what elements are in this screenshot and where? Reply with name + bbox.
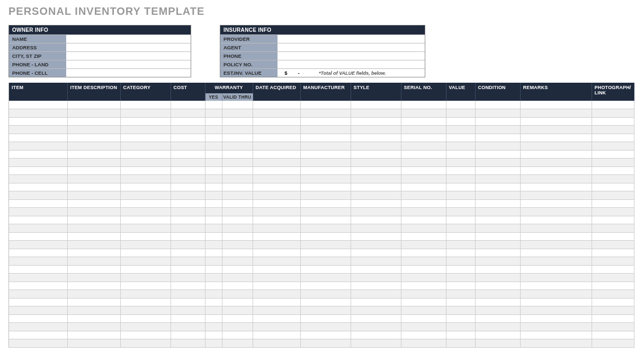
table-cell[interactable] <box>300 314 351 323</box>
table-cell[interactable] <box>446 232 475 241</box>
table-cell[interactable] <box>67 249 120 257</box>
table-cell[interactable] <box>205 224 222 233</box>
table-cell[interactable] <box>205 314 222 323</box>
table-cell[interactable] <box>446 274 475 282</box>
table-cell[interactable] <box>520 331 592 339</box>
table-cell[interactable] <box>9 265 67 274</box>
table-cell[interactable] <box>120 224 171 233</box>
table-cell[interactable] <box>171 166 205 175</box>
insurance-field-value[interactable] <box>278 60 425 69</box>
table-cell[interactable] <box>520 191 592 200</box>
table-cell[interactable] <box>300 232 351 241</box>
table-cell[interactable] <box>253 265 300 274</box>
table-cell[interactable] <box>67 298 120 306</box>
table-cell[interactable] <box>222 224 253 233</box>
table-cell[interactable] <box>222 109 253 118</box>
table-cell[interactable] <box>401 191 446 200</box>
table-cell[interactable] <box>9 306 67 315</box>
table-cell[interactable] <box>67 191 120 200</box>
table-cell[interactable] <box>446 282 475 290</box>
table-cell[interactable] <box>446 249 475 257</box>
table-cell[interactable] <box>222 208 253 216</box>
table-cell[interactable] <box>253 274 300 282</box>
table-cell[interactable] <box>171 306 205 315</box>
table-cell[interactable] <box>401 101 446 109</box>
table-cell[interactable] <box>9 191 67 200</box>
table-cell[interactable] <box>222 142 253 151</box>
table-cell[interactable] <box>300 142 351 151</box>
table-cell[interactable] <box>446 224 475 233</box>
table-cell[interactable] <box>9 166 67 175</box>
table-cell[interactable] <box>475 265 520 274</box>
table-cell[interactable] <box>120 216 171 224</box>
table-cell[interactable] <box>592 134 634 142</box>
table-cell[interactable] <box>222 265 253 274</box>
table-cell[interactable] <box>222 199 253 208</box>
table-cell[interactable] <box>446 142 475 151</box>
table-cell[interactable] <box>9 274 67 282</box>
table-cell[interactable] <box>205 282 222 290</box>
table-cell[interactable] <box>9 199 67 208</box>
table-cell[interactable] <box>222 314 253 323</box>
table-cell[interactable] <box>520 232 592 241</box>
table-cell[interactable] <box>67 166 120 175</box>
table-cell[interactable] <box>300 323 351 331</box>
table-cell[interactable] <box>401 306 446 315</box>
table-cell[interactable] <box>9 142 67 151</box>
insurance-field-value[interactable] <box>278 52 425 60</box>
table-cell[interactable] <box>401 199 446 208</box>
table-cell[interactable] <box>351 150 401 159</box>
table-cell[interactable] <box>253 166 300 175</box>
table-cell[interactable] <box>300 257 351 266</box>
table-cell[interactable] <box>222 191 253 200</box>
table-cell[interactable] <box>67 257 120 266</box>
table-cell[interactable] <box>120 208 171 216</box>
owner-field-value[interactable] <box>66 43 191 52</box>
table-cell[interactable] <box>520 339 592 348</box>
table-cell[interactable] <box>300 199 351 208</box>
table-cell[interactable] <box>205 175 222 183</box>
table-cell[interactable] <box>401 109 446 118</box>
table-cell[interactable] <box>67 224 120 233</box>
table-cell[interactable] <box>475 241 520 249</box>
table-cell[interactable] <box>520 257 592 266</box>
table-cell[interactable] <box>446 175 475 183</box>
table-cell[interactable] <box>520 101 592 109</box>
table-cell[interactable] <box>120 265 171 274</box>
table-cell[interactable] <box>9 314 67 323</box>
table-cell[interactable] <box>520 314 592 323</box>
table-cell[interactable] <box>253 249 300 257</box>
table-cell[interactable] <box>120 166 171 175</box>
table-cell[interactable] <box>401 159 446 167</box>
table-cell[interactable] <box>253 208 300 216</box>
table-cell[interactable] <box>401 208 446 216</box>
table-cell[interactable] <box>9 159 67 167</box>
table-cell[interactable] <box>520 109 592 118</box>
table-cell[interactable] <box>253 282 300 290</box>
table-cell[interactable] <box>351 109 401 118</box>
table-cell[interactable] <box>520 126 592 134</box>
table-cell[interactable] <box>475 150 520 159</box>
table-cell[interactable] <box>67 282 120 290</box>
table-cell[interactable] <box>120 142 171 151</box>
table-cell[interactable] <box>520 175 592 183</box>
table-cell[interactable] <box>475 298 520 306</box>
table-cell[interactable] <box>253 331 300 339</box>
table-cell[interactable] <box>205 298 222 306</box>
table-cell[interactable] <box>120 339 171 348</box>
table-cell[interactable] <box>171 290 205 298</box>
table-cell[interactable] <box>300 150 351 159</box>
table-cell[interactable] <box>401 216 446 224</box>
table-cell[interactable] <box>9 323 67 331</box>
table-cell[interactable] <box>475 109 520 118</box>
table-cell[interactable] <box>253 134 300 142</box>
table-cell[interactable] <box>475 314 520 323</box>
table-cell[interactable] <box>300 191 351 200</box>
table-cell[interactable] <box>171 241 205 249</box>
table-cell[interactable] <box>171 216 205 224</box>
table-cell[interactable] <box>120 191 171 200</box>
table-cell[interactable] <box>253 241 300 249</box>
table-cell[interactable] <box>222 159 253 167</box>
table-cell[interactable] <box>120 282 171 290</box>
table-cell[interactable] <box>171 117 205 126</box>
